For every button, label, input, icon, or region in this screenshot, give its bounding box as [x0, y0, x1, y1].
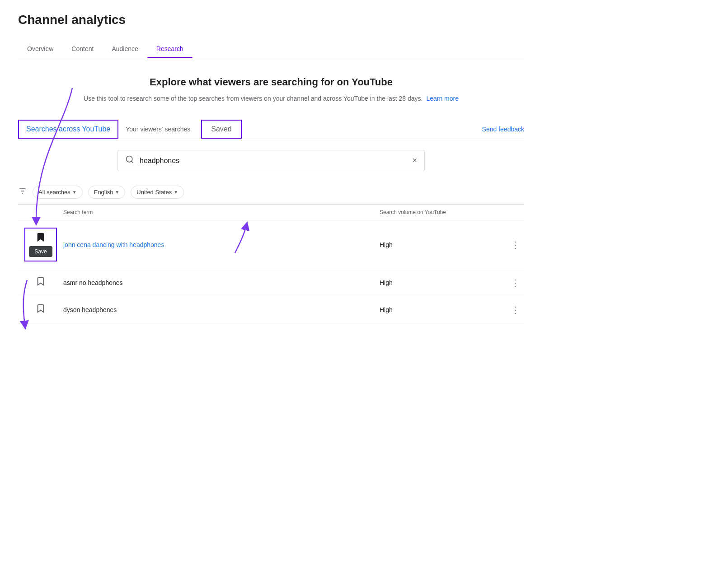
subtab-searches-across-youtube[interactable]: Searches across YouTube — [18, 120, 118, 139]
row-3-bookmark-area — [18, 303, 63, 316]
hero-description: Use this tool to research some of the to… — [27, 93, 515, 103]
subtab-your-viewers-searches[interactable]: Your viewers' searches — [118, 121, 197, 137]
hero-title: Explore what viewers are searching for o… — [27, 76, 515, 88]
row-2-bookmark-area — [18, 276, 63, 289]
tab-content[interactable]: Content — [62, 40, 103, 58]
chevron-down-icon-us: ▼ — [174, 190, 178, 195]
learn-more-link[interactable]: Learn more — [426, 95, 459, 102]
hero-desc-text: Use this tool to research some of the to… — [84, 95, 423, 102]
filter-all-searches[interactable]: All searches ▼ — [33, 186, 83, 199]
svg-line-1 — [131, 161, 133, 163]
table-header: Search term Search volume on YouTube — [18, 205, 524, 220]
bookmark-filled-icon[interactable] — [36, 232, 46, 244]
bookmark-box-highlighted: Save — [24, 228, 56, 261]
row-2-term: asmr no headphones — [63, 279, 380, 286]
table-row[interactable]: dyson headphones High ⋮ — [18, 296, 524, 323]
send-feedback-link[interactable]: Send feedback — [482, 126, 524, 133]
tab-research[interactable]: Research — [147, 40, 192, 58]
row-1-bookmark-area: Save — [18, 228, 63, 261]
filter-icon[interactable] — [18, 187, 27, 198]
search-icon — [125, 155, 134, 166]
subtabs-row: Searches across YouTube Your viewers' se… — [18, 112, 524, 139]
row-3-volume: High — [380, 306, 506, 313]
row-3-term: dyson headphones — [63, 306, 380, 313]
col-header-volume: Search volume on YouTube — [380, 209, 506, 215]
table-row[interactable]: asmr no headphones High ⋮ — [18, 269, 524, 296]
filter-english-label: English — [94, 189, 113, 196]
tab-audience[interactable]: Audience — [103, 40, 147, 58]
row-1-volume: High — [380, 241, 506, 248]
row-2-volume: High — [380, 279, 506, 286]
col-header-term: Search term — [18, 209, 380, 215]
search-bar: × — [117, 150, 425, 171]
search-input[interactable] — [140, 157, 407, 165]
row-3-more-icon[interactable]: ⋮ — [506, 304, 524, 315]
main-tabs: Overview Content Audience Research — [18, 40, 524, 58]
hero-section: Explore what viewers are searching for o… — [18, 58, 524, 112]
save-button[interactable]: Save — [29, 246, 52, 257]
filter-english[interactable]: English ▼ — [88, 186, 126, 199]
row-1-term-link[interactable]: john cena dancing with headphones — [63, 241, 380, 248]
subtab-saved[interactable]: Saved — [201, 120, 241, 139]
bookmark-outline-icon-3[interactable] — [36, 303, 46, 316]
tab-overview[interactable]: Overview — [18, 40, 62, 58]
row-1-more-icon[interactable]: ⋮ — [506, 239, 524, 250]
page-title: Channel analytics — [18, 13, 524, 27]
search-clear-icon[interactable]: × — [412, 156, 417, 165]
chevron-down-icon-english: ▼ — [115, 190, 119, 195]
row-2-more-icon[interactable]: ⋮ — [506, 277, 524, 288]
filters-row: All searches ▼ English ▼ United States ▼ — [18, 180, 524, 205]
filter-united-states[interactable]: United States ▼ — [131, 186, 184, 199]
search-bar-container: × — [18, 139, 524, 180]
table-row[interactable]: Save john cena dancing with headphones H… — [18, 220, 524, 269]
filter-all-searches-label: All searches — [38, 189, 70, 196]
filter-united-states-label: United States — [136, 189, 172, 196]
chevron-down-icon: ▼ — [72, 190, 77, 195]
bookmark-outline-icon[interactable] — [36, 276, 46, 289]
